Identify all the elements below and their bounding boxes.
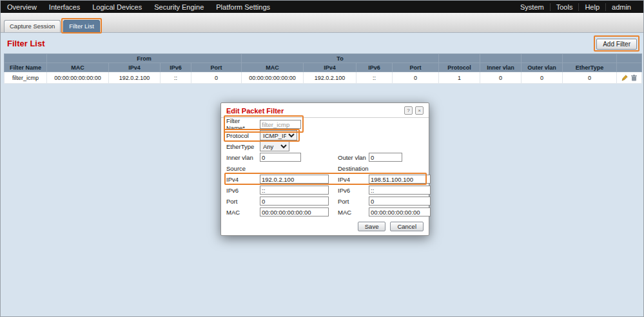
cell-from-ipv4: 192.0.2.100 xyxy=(109,72,161,84)
column-header-filter-name: Filter Name xyxy=(5,63,47,72)
ethertype-select[interactable]: Any xyxy=(260,141,289,151)
cell-to-port: 0 xyxy=(393,72,439,84)
src-ipv4-input[interactable] xyxy=(260,175,329,184)
protocol-row: Protocol ICMP_IPv4 xyxy=(226,131,424,140)
save-button[interactable]: Save xyxy=(358,222,386,231)
cell-from-ipv6: :: xyxy=(161,72,191,84)
header-spacer xyxy=(439,54,480,63)
tab-filter-list-wrap: Filter List xyxy=(63,20,100,32)
src-port-label: Port xyxy=(226,198,260,205)
help-icon[interactable]: ? xyxy=(404,106,413,115)
filter-name-label: Filter Name* xyxy=(226,117,260,131)
column-header-to-ipv4: IPv4 xyxy=(304,63,356,72)
column-header-from-port: Port xyxy=(191,63,242,72)
column-header-outer-vlan: Outer vlan xyxy=(522,63,563,72)
filter-name-field-group: Filter Name* xyxy=(226,117,301,131)
dst-port-input[interactable] xyxy=(369,197,431,206)
dialog-actions: Save Cancel xyxy=(226,222,424,231)
filter-table: From To Filter Name MAC IPv4 IPv6 Port M… xyxy=(4,53,642,84)
protocol-field-group: Protocol ICMP_IPv4 xyxy=(226,130,297,140)
tab-capture-session-wrap: Capture Session xyxy=(4,20,61,32)
add-filter-wrap: Add Filter xyxy=(596,37,637,50)
column-header-from-ipv4: IPv4 xyxy=(109,63,161,72)
outer-vlan-input[interactable] xyxy=(369,153,402,162)
cancel-button[interactable]: Cancel xyxy=(390,222,424,231)
nav-item-tools[interactable]: Tools xyxy=(550,3,579,11)
column-header-inner-vlan: Inner vlan xyxy=(480,63,522,72)
top-nav-right: System Tools Help admin xyxy=(514,3,637,11)
dst-mac-input[interactable] xyxy=(369,207,431,216)
page-title: Filter List xyxy=(7,39,45,48)
outer-vlan-field-group: Outer vlan xyxy=(338,153,402,162)
src-mac-label: MAC xyxy=(226,209,260,216)
cell-to-ipv4: 192.0.2.100 xyxy=(304,72,356,84)
cell-to-mac: 00:00:00:00:00:00 xyxy=(242,72,304,84)
cell-from-port: 0 xyxy=(191,72,242,84)
dialog-body: Filter Name* Protocol ICMP_IPv4 EtherTyp… xyxy=(221,120,429,235)
src-port-input[interactable] xyxy=(260,197,329,206)
dst-port-label: Port xyxy=(338,198,369,205)
dst-ipv6-label: IPv6 xyxy=(338,187,369,194)
destination-section-group: Destination xyxy=(338,165,369,172)
tab-capture-session[interactable]: Capture Session xyxy=(4,20,61,32)
group-header-to: To xyxy=(242,54,439,63)
column-header-from-ipv6: IPv6 xyxy=(161,63,191,72)
ipv4-row: IPv4 IPv4 xyxy=(226,175,424,184)
header-spacer xyxy=(617,54,642,63)
nav-item-overview[interactable]: Overview xyxy=(7,3,37,11)
group-header-from: From xyxy=(47,54,242,63)
vlan-row: Inner vlan Outer vlan xyxy=(226,153,424,162)
nav-item-security-engine[interactable]: Security Engine xyxy=(154,3,204,11)
src-ipv4-label: IPv4 xyxy=(226,176,260,183)
close-icon[interactable]: × xyxy=(415,106,424,115)
dst-ipv4-label: IPv4 xyxy=(338,176,369,183)
dst-port-field-group: Port xyxy=(338,197,431,206)
dst-ipv6-input[interactable] xyxy=(369,186,431,195)
protocol-label: Protocol xyxy=(226,132,260,139)
column-header-from-mac: MAC xyxy=(47,63,109,72)
dst-mac-label: MAC xyxy=(338,209,369,216)
tab-strip: Capture Session Filter List xyxy=(1,13,643,33)
add-filter-button[interactable]: Add Filter xyxy=(596,39,637,50)
outer-vlan-label: Outer vlan xyxy=(338,154,369,161)
column-header-protocol: Protocol xyxy=(439,63,480,72)
inner-vlan-input[interactable] xyxy=(260,153,301,162)
src-port-field-group: Port xyxy=(226,197,327,206)
delete-icon[interactable] xyxy=(631,75,637,81)
tab-filter-list[interactable]: Filter List xyxy=(63,20,100,32)
edit-icon[interactable] xyxy=(621,75,628,81)
nav-item-platform-settings[interactable]: Platform Settings xyxy=(216,3,270,11)
cell-outer-vlan: 0 xyxy=(522,72,563,84)
header-spacer xyxy=(522,54,563,63)
top-nav-left: Overview Interfaces Logical Devices Secu… xyxy=(7,3,270,11)
cell-filter-name: filter_icmp xyxy=(5,72,47,84)
src-ipv4-field-group: IPv4 xyxy=(226,175,327,184)
protocol-select[interactable]: ICMP_IPv4 xyxy=(260,130,297,140)
dst-ipv4-field-group: IPv4 xyxy=(338,175,431,184)
table-group-header-row: From To xyxy=(5,54,642,63)
src-mac-input[interactable] xyxy=(260,207,329,216)
page-header: Filter List Add Filter xyxy=(1,33,643,53)
top-nav: Overview Interfaces Logical Devices Secu… xyxy=(1,1,643,13)
dst-ipv4-input[interactable] xyxy=(369,175,431,184)
table-row: filter_icmp 00:00:00:00:00:00 192.0.2.10… xyxy=(5,72,642,84)
cell-ethertype: 0 xyxy=(563,72,617,84)
dialog-tools: ? × xyxy=(404,106,424,115)
src-mac-field-group: MAC xyxy=(226,207,327,216)
nav-item-admin[interactable]: admin xyxy=(605,3,637,11)
mac-row: MAC MAC xyxy=(226,207,424,216)
nav-item-logical-devices[interactable]: Logical Devices xyxy=(92,3,142,11)
nav-item-help[interactable]: Help xyxy=(578,3,605,11)
chassis-manager-window: Overview Interfaces Logical Devices Secu… xyxy=(0,0,644,317)
column-header-actions xyxy=(617,63,642,72)
nav-item-interfaces[interactable]: Interfaces xyxy=(49,3,80,11)
header-spacer xyxy=(480,54,522,63)
column-header-to-port: Port xyxy=(393,63,439,72)
src-ipv6-input[interactable] xyxy=(260,186,329,195)
filter-name-input[interactable] xyxy=(260,120,301,129)
source-section-label: Source xyxy=(226,165,246,172)
section-labels-row: Source Destination xyxy=(226,164,424,173)
cell-inner-vlan: 0 xyxy=(480,72,522,84)
cell-protocol: 1 xyxy=(439,72,480,84)
nav-item-system[interactable]: System xyxy=(514,3,550,11)
